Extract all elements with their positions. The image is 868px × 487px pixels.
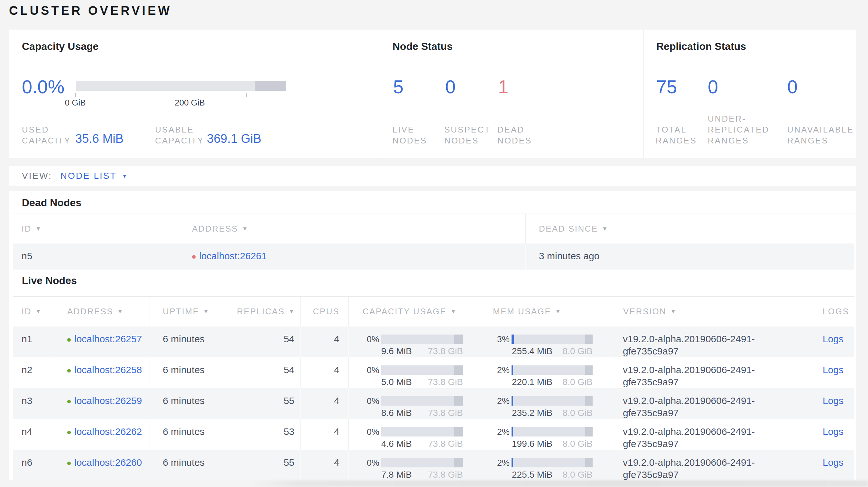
replicas-cell: 55 (221, 450, 301, 480)
axis-tick (246, 93, 247, 97)
node-address-link[interactable]: localhost:26259 (74, 395, 142, 406)
uptime-cell: 6 minutes (150, 357, 221, 388)
mem-mini-bar (512, 365, 593, 375)
replicas-cell: 54 (221, 357, 301, 388)
version-cell: v19.2.0-alpha.20190606-2491-gfe735c9a97 (611, 326, 810, 357)
table-row: n6 localhost:26260 6 minutes 55 4 0% 7.8… (13, 450, 854, 480)
node-address-link[interactable]: localhost:26262 (74, 426, 142, 437)
logs-link[interactable]: Logs (823, 457, 843, 468)
column-header-mem-usage[interactable]: MEM USAGE ▼ (480, 297, 611, 326)
column-header-dead-since[interactable]: DEAD SINCE ▼ (526, 214, 854, 244)
panel-title: Node Status (393, 40, 453, 53)
capacity-mini-bar (381, 396, 463, 405)
node-id-cell: n4 (13, 419, 54, 450)
logs-cell: Logs (810, 357, 854, 388)
logs-cell: Logs (810, 388, 854, 419)
mem-usage-cell: 2% 220.1 MiB 8.0 GiB (480, 357, 611, 388)
node-id-cell: n2 (13, 357, 54, 388)
capacity-usage-cell: 0% 4.6 MiB 73.8 GiB (349, 419, 480, 450)
column-header-address[interactable]: ADDRESS ▼ (179, 214, 526, 244)
column-header-version[interactable]: VERSION ▼ (611, 297, 810, 326)
live-node-dot-icon (67, 431, 71, 434)
sort-arrow-icon: ▼ (555, 308, 561, 315)
logs-link[interactable]: Logs (823, 333, 843, 344)
column-header-id[interactable]: ID ▼ (13, 297, 54, 326)
mem-total-value: 8.0 GiB (563, 377, 593, 387)
column-header-cpus: CPUS (301, 297, 349, 326)
capacity-bar-reserved-segment (454, 334, 463, 344)
cpus-cell: 4 (301, 388, 349, 419)
axis-tick (132, 93, 132, 97)
stat-number: 0 (787, 76, 798, 97)
sort-arrow-icon: ▼ (242, 226, 248, 232)
sort-arrow-icon: ▼ (35, 308, 41, 315)
mem-used-value: 199.6 MiB (512, 439, 552, 449)
mem-used-value: 225.5 MiB (512, 470, 552, 480)
stat-label: TOTAL RANGES (656, 112, 697, 146)
table-row: n5 localhost:26261 3 minutes ago (13, 244, 854, 269)
logs-cell: Logs (810, 419, 854, 450)
mem-bar-reserved-segment (585, 334, 593, 344)
node-id-cell: n3 (13, 388, 54, 419)
mem-total-value: 8.0 GiB (563, 470, 593, 480)
mem-mini-bar (512, 427, 593, 436)
column-header-uptime[interactable]: UPTIME ▼ (150, 297, 221, 326)
cpus-cell: 4 (301, 450, 349, 480)
mem-total-value: 8.0 GiB (563, 439, 593, 449)
cluster-overview-page: CLUSTER OVERVIEW Capacity Usage 0.0% 0 G… (0, 0, 868, 487)
capacity-used-value: 8.6 MiB (381, 408, 412, 418)
table-row: n1 localhost:26257 6 minutes 54 4 0% 9.6… (13, 326, 854, 357)
capacity-total-value: 73.8 GiB (428, 439, 463, 449)
uptime-cell: 6 minutes (150, 450, 221, 480)
mem-bar-fill (512, 427, 513, 436)
node-list-dropdown[interactable]: NODE LIST▼ (60, 171, 128, 181)
sort-arrow-icon: ▼ (671, 308, 676, 315)
replicas-cell: 53 (221, 419, 301, 450)
column-header-id[interactable]: ID ▼ (13, 214, 179, 244)
column-header-address[interactable]: ADDRESS ▼ (54, 297, 150, 326)
axis-tick (190, 93, 190, 97)
stat-number: 75 (656, 76, 677, 97)
view-bar: VIEW: NODE LIST▼ (9, 166, 856, 186)
node-address-link[interactable]: localhost:26260 (74, 457, 142, 468)
mem-bar-reserved-segment (585, 396, 593, 405)
node-address-cell: localhost:26257 (54, 326, 150, 357)
capacity-bar-reserved-segment (454, 427, 463, 436)
live-nodes-rows: n1 localhost:26257 6 minutes 54 4 0% 9.6… (13, 326, 854, 480)
dead-nodes-table: ID ▼ ADDRESS ▼ DEAD SINCE ▼ n5 localhost… (13, 214, 854, 269)
capacity-total-value: 73.8 GiB (428, 347, 463, 356)
node-address-cell: localhost:26262 (54, 419, 150, 450)
mem-bar-fill (512, 334, 514, 344)
mem-percent-label: 2% (480, 427, 509, 437)
replicas-cell: 55 (221, 388, 301, 419)
view-label: VIEW: (22, 171, 52, 181)
node-address-link[interactable]: localhost:26257 (74, 333, 142, 344)
live-node-dot-icon (67, 462, 71, 465)
table-row: n2 localhost:26258 6 minutes 54 4 0% 5.0… (13, 357, 854, 388)
table-row: n4 localhost:26262 6 minutes 53 4 0% 4.6… (13, 419, 854, 450)
node-address-link[interactable]: localhost:26258 (74, 364, 142, 375)
live-node-dot-icon (67, 400, 71, 403)
stat-number: 1 (498, 76, 508, 97)
uptime-cell: 6 minutes (150, 388, 221, 419)
capacity-used-value: 9.6 MiB (381, 347, 412, 356)
dead-nodes-title: Dead Nodes (22, 197, 82, 209)
node-address-cell: localhost:26259 (54, 388, 150, 419)
node-address-link[interactable]: localhost:26261 (199, 251, 267, 261)
dropdown-caret-icon: ▼ (122, 173, 128, 180)
uptime-cell: 6 minutes (150, 419, 221, 450)
logs-link[interactable]: Logs (823, 364, 843, 375)
capacity-total-value: 73.8 GiB (428, 408, 463, 418)
logs-link[interactable]: Logs (823, 426, 843, 437)
mem-bar-fill (512, 396, 513, 405)
uptime-cell: 6 minutes (150, 326, 221, 357)
stat-number: 0 (708, 76, 718, 97)
column-header-replicas[interactable]: REPLICAS ▼ (221, 297, 301, 326)
stat-label: SUSPECT NODES (444, 112, 491, 146)
logs-link[interactable]: Logs (823, 395, 843, 406)
mem-percent-label: 2% (480, 365, 509, 376)
nodes-tables-card: Dead Nodes ID ▼ ADDRESS ▼ DEAD SINCE ▼ n… (9, 191, 856, 480)
column-header-capacity-usage[interactable]: CAPACITY USAGE ▼ (349, 297, 480, 326)
mem-used-value: 235.2 MiB (512, 408, 552, 418)
cpus-cell: 4 (301, 326, 349, 357)
